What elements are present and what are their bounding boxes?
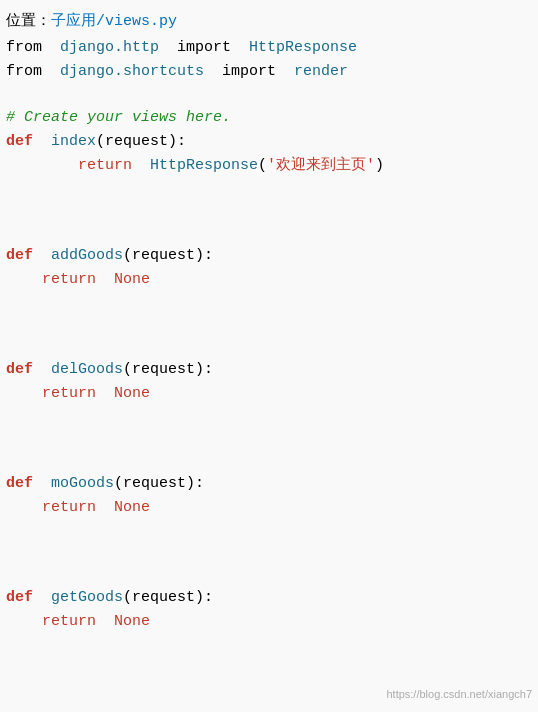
code-comment: # Create your views here. [0,106,538,130]
blank-3 [0,200,538,222]
blank-1 [0,84,538,106]
code-def-getgoods: def getGoods(request): [0,586,538,610]
blank-10 [0,450,538,472]
code-def-index: def index(request): [0,130,538,154]
blank-11 [0,520,538,542]
code-line-1: from django.http import HttpResponse [0,36,538,60]
blank-12 [0,542,538,564]
code-container: 位置：子应用/views.py from django.http import … [0,0,538,712]
code-return-mogoods: return None [0,496,538,520]
blank-9 [0,428,538,450]
code-return-index: return HttpResponse('欢迎来到主页') [0,154,538,178]
code-return-addgoods: return None [0,268,538,292]
code-return-getgoods: return None [0,610,538,634]
blank-4 [0,222,538,244]
blank-7 [0,336,538,358]
blank-2 [0,178,538,200]
code-def-delgoods: def delGoods(request): [0,358,538,382]
blank-6 [0,314,538,336]
location-path: 子应用/views.py [51,13,177,30]
location-line: 位置：子应用/views.py [0,8,538,36]
code-return-delgoods: return None [0,382,538,406]
blank-5 [0,292,538,314]
code-line-2: from django.shortcuts import render [0,60,538,84]
location-label: 位置： [6,13,51,30]
code-def-addgoods: def addGoods(request): [0,244,538,268]
blank-13 [0,564,538,586]
blank-8 [0,406,538,428]
code-def-mogoods: def moGoods(request): [0,472,538,496]
watermark: https://blog.csdn.net/xiangch7 [386,686,532,704]
